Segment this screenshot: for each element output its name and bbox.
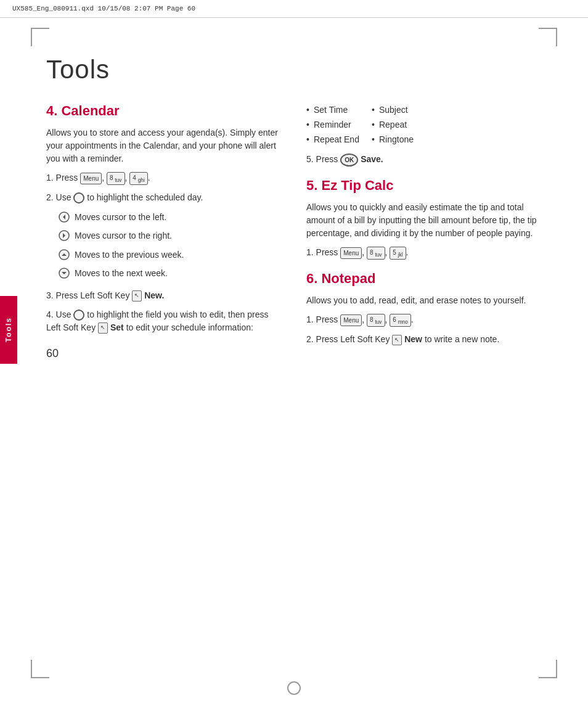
down-arrow-icon [59,268,70,279]
calendar-heading: 4. Calendar [46,103,282,119]
6mno-key: 6 mno [390,314,411,327]
step2-new-label: New [404,334,422,344]
8tuv-key-ez: 8 tuv [367,247,385,260]
ez-tip-heading: 5. Ez Tip Calc [306,178,542,194]
right-arrow-icon [59,230,70,241]
right-column: Set Time Reminder Repeat End Subject Rep… [306,103,542,357]
bullet-repeat: Repeat [372,118,414,133]
soft-key-new: ↖ [132,290,142,302]
notepad-step2: 2. Press Left Soft Key ↖ New to write a … [306,333,542,346]
nav-circle2-icon [73,310,84,321]
page-container: UX585_Eng_080911.qxd 10/15/08 2:07 PM Pa… [0,0,588,706]
step5-save-label: Save. [361,154,383,164]
calendar-step4: 4. Use to highlight the field you wish t… [46,308,282,334]
5jkl-key: 5 jkl [390,247,406,260]
main-content: Tools 4. Calendar Allows you to store an… [0,18,588,394]
left-column: 4. Calendar Allows you to store and acce… [46,103,282,357]
nav-circle-icon [73,192,84,203]
bullet-col-1: Set Time Reminder Repeat End [306,103,359,147]
notepad-heading: 6. Notepad [306,271,542,287]
soft-key-new-np: ↖ [392,335,402,346]
ok-key: OK [340,154,358,166]
ez-tip-section: 5. Ez Tip Calc Allows you to quickly and… [306,178,542,260]
step2-text: 2. Use [46,192,71,202]
calendar-section: 4. Calendar Allows you to store and acce… [46,103,282,334]
page-title: Tools [46,55,542,84]
8tuv-key-np: 8 tuv [367,314,385,327]
menu-key-ez: Menu [340,247,362,259]
menu-key: Menu [80,173,102,184]
corner-mark-bl [31,660,49,678]
nav-item-left: Moves cursor to the left. [59,210,282,226]
calendar-step5: 5. Press OK Save. [306,153,542,166]
bullet-ringtone: Ringtone [372,133,414,147]
corner-mark-br [539,660,557,678]
page-number: 60 [46,347,59,360]
bottom-circle-decoration [287,681,301,695]
notepad-intro: Allows you to add, read, edit, and erase… [306,294,542,307]
bullet-reminder: Reminder [306,118,359,133]
step3-label: New. [144,290,164,300]
4ghi-key: 4 ghi [129,172,147,185]
step1-text: 1. Press [46,173,78,183]
two-col-layout: 4. Calendar Allows you to store and acce… [46,103,542,357]
nav-list: Moves cursor to the left. Moves cursor t… [59,210,282,283]
calendar-step3: 3. Press Left Soft Key ↖ New. [46,289,282,302]
menu-key-np: Menu [340,314,362,326]
left-arrow-icon [59,211,70,223]
bullet-col-2: Subject Repeat Ringtone [372,103,414,147]
calendar-step1: 1. Press Menu, 8 tuv, 4 ghi. [46,171,282,185]
nav-item-right: Moves cursor to the right. [59,229,282,245]
nav-prev-text: Moves to the previous week. [75,248,184,261]
nav-next-text: Moves to the next week. [75,266,168,280]
nav-item-next: Moves to the next week. [59,266,282,282]
step4-set-label: Set [110,322,124,332]
bullet-subject: Subject [372,103,414,118]
soft-key-set: ↖ [98,322,108,334]
header-text: UX585_Eng_080911.qxd 10/15/08 2:07 PM Pa… [12,5,195,12]
bullet-cols: Set Time Reminder Repeat End Subject Rep… [306,103,542,147]
notepad-step1: 1. Press Menu, 8 tuv, 6 mno. [306,313,542,327]
nav-item-prev: Moves to the previous week. [59,248,282,264]
nav-left-text: Moves cursor to the left. [75,210,166,224]
nav-right-text: Moves cursor to the right. [75,229,172,242]
calendar-step2: 2. Use to highlight the scheduled day. [46,191,282,204]
8tuv-key: 8 tuv [107,172,125,185]
ez-tip-intro: Allows you to quickly and easily estimat… [306,201,542,240]
notepad-section: 6. Notepad Allows you to add, read, edit… [306,271,542,346]
bullet-repeat-end: Repeat End [306,133,359,147]
bullet-set-time: Set Time [306,103,359,118]
calendar-intro: Allows you to store and access your agen… [46,126,282,165]
header-bar: UX585_Eng_080911.qxd 10/15/08 2:07 PM Pa… [0,0,588,18]
up-arrow-icon [59,249,70,260]
ez-tip-step1: 1. Press Menu, 8 tuv, 5 jkl. [306,246,542,260]
